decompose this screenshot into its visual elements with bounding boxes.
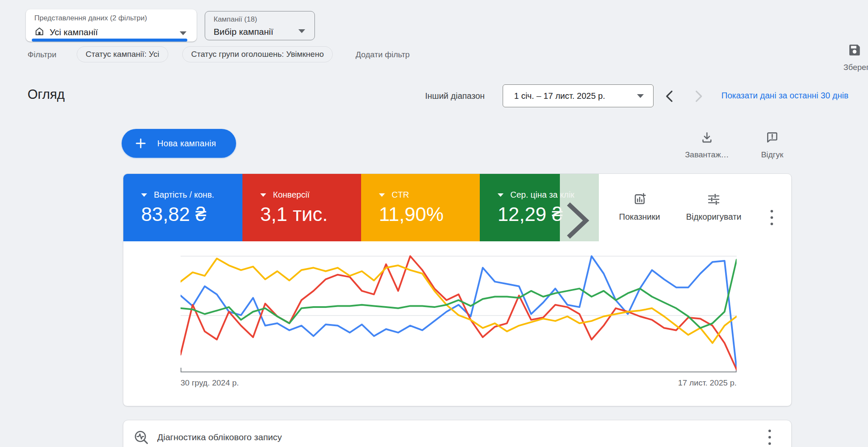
save-button-label: Зберегти [843,63,868,72]
metric-value: 11,90% [379,203,444,226]
show-last-30-days-link[interactable]: Показати дані за останні 30 днів [721,91,849,101]
download-button-label: Завантаж… [677,150,737,159]
filter-chip-label: Статус групи оголошень: Увімкнено [191,50,324,59]
chevron-right-icon [693,90,704,103]
metric-label: Вартість / конв. [154,190,214,200]
metric-label: Конверсії [273,190,309,200]
diagnostics-more-options-button[interactable] [768,430,771,445]
metric-dropdown-icon[interactable] [141,193,147,197]
campaign-selector[interactable]: Кампанії (18) Вибір кампанії [205,11,315,40]
chart-line-series [181,256,737,370]
account-diagnostics-card[interactable]: Діагностика облікового запису [123,420,792,447]
date-range-type-label: Інший діапазон [425,91,485,101]
google-ads-overview-screen: { "toolbar": { "data_view": { "label": "… [0,0,868,447]
metric-value: 12,29 ₴ [498,203,562,226]
page-title: Огляд [28,87,65,102]
metrics-button-label: Показники [597,212,682,222]
metric-card-ctr[interactable]: CTR 11,90% [361,174,480,241]
data-view-selector-label: Представлення даних (2 фільтри) [34,14,147,22]
data-view-selected-value: Усі кампанії [50,27,98,37]
campaign-selector-value: Вибір кампанії [214,27,273,37]
metric-dropdown-icon[interactable] [498,193,504,197]
diagnostics-search-pulse-icon [134,430,149,445]
download-icon [700,131,714,144]
metric-dropdown-icon[interactable] [260,193,266,197]
date-range-selector[interactable]: 1 січ. – 17 лист. 2025 р. [503,84,654,107]
download-button[interactable]: Завантаж… [677,131,737,159]
save-button[interactable]: Зберегти [843,42,868,72]
new-campaign-button[interactable]: Нова кампанія [122,129,236,158]
active-selector-indicator [32,39,187,42]
chevron-down-icon [298,29,305,33]
metric-label: CTR [392,190,409,200]
date-range-value: 1 січ. – 17 лист. 2025 р. [514,91,637,101]
metric-card-cost-per-conversion[interactable]: Вартість / конв. 83,82 ₴ [123,174,242,241]
metric-value: 83,82 ₴ [141,203,206,226]
metric-card-conversions[interactable]: Конверсії 3,1 тис. [242,174,361,241]
scroll-metric-cards-button[interactable] [564,201,590,242]
filters-label: Фільтри [28,50,56,59]
save-floppy-icon [847,42,862,58]
new-campaign-label: Нова кампанія [157,139,216,148]
data-view-selector[interactable]: Представлення даних (2 фільтри) Усі камп… [26,9,197,42]
filter-chip-adgroup-status[interactable]: Статус групи оголошень: Увімкнено [182,46,333,62]
feedback-button[interactable]: Відгук [743,131,802,159]
chevron-right-icon [564,201,590,240]
metric-value: 3,1 тис. [260,203,328,226]
filter-chip-label: Статус кампанії: Усі [86,50,159,59]
overview-performance-card: Вартість / конв. 83,82 ₴ Конверсії 3,1 т… [123,173,792,406]
filter-chip-campaign-status[interactable]: Статус кампанії: Усі [77,46,168,62]
performance-line-chart[interactable] [181,255,737,374]
chevron-down-icon [637,94,644,98]
diagnostics-title: Діагностика облікового запису [157,432,282,442]
card-more-options-button[interactable] [771,210,773,225]
metrics-button[interactable]: Показники [597,193,682,222]
plus-icon [134,137,147,150]
adjust-button[interactable]: Відкоригувати [671,193,756,222]
sliders-icon [707,193,721,206]
home-icon [34,26,45,38]
next-date-range-button[interactable] [691,89,706,104]
previous-date-range-button[interactable] [662,89,677,104]
feedback-icon [765,131,779,144]
chevron-left-icon [664,90,675,103]
chart-add-icon [633,193,646,206]
chart-line-series [181,256,737,370]
campaign-selector-label: Кампанії (18) [214,15,257,24]
x-axis-end-label: 17 лист. 2025 р. [181,378,737,388]
chevron-down-icon [180,31,186,35]
add-filter-button[interactable]: Додати фільтр [356,50,410,59]
metric-dropdown-icon[interactable] [379,193,385,197]
feedback-button-label: Відгук [743,150,802,159]
adjust-button-label: Відкоригувати [671,212,756,222]
